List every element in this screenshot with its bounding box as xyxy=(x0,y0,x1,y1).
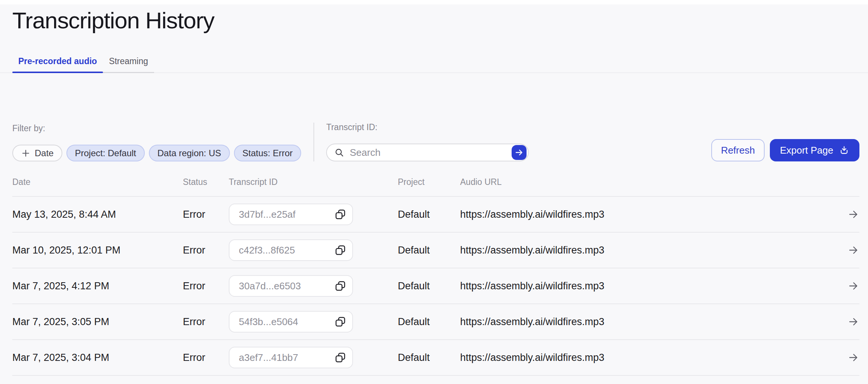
transcript-search-box xyxy=(326,144,529,161)
filter-chip-data-region[interactable]: Data region: US xyxy=(149,145,230,161)
table-row[interactable]: Mar 7, 2025, 3:05 PM Error 54f3b...e5064… xyxy=(12,304,859,340)
transcript-id-value: a3ef7...41bb7 xyxy=(239,352,298,363)
row-status: Error xyxy=(183,280,229,292)
tab-prerecorded-audio[interactable]: Pre-recorded audio xyxy=(12,53,103,72)
row-date: Mar 10, 2025, 12:01 PM xyxy=(12,245,183,256)
vertical-divider xyxy=(313,123,314,161)
arrow-right-icon xyxy=(515,148,524,157)
table-header-row: Date Status Transcript ID Project Audio … xyxy=(12,161,859,197)
arrow-right-icon xyxy=(847,316,859,328)
tab-list: Pre-recorded audio Streaming xyxy=(12,53,154,73)
action-buttons: Refresh Export Page xyxy=(711,139,859,161)
arrow-right-icon xyxy=(847,352,859,363)
column-header-project: Project xyxy=(398,177,460,187)
transcript-id-value: 3d7bf...e25af xyxy=(239,209,296,220)
row-project: Default xyxy=(398,316,460,328)
transcript-id-group: Transcript ID: xyxy=(326,122,529,161)
row-status: Error xyxy=(183,209,229,220)
row-transcript-cell: 30a7d...e6503 xyxy=(229,275,398,297)
download-icon xyxy=(839,145,849,155)
row-project: Default xyxy=(398,280,460,292)
row-status: Error xyxy=(183,352,229,363)
row-date: May 13, 2025, 8:44 AM xyxy=(12,209,183,220)
refresh-button[interactable]: Refresh xyxy=(711,139,765,161)
tab-bar: Pre-recorded audio Streaming xyxy=(12,53,859,73)
column-header-status: Status xyxy=(183,177,229,187)
transcript-id-chip: 30a7d...e6503 xyxy=(229,275,353,297)
transcript-id-chip: c42f3...8f625 xyxy=(229,239,353,261)
search-icon xyxy=(334,148,344,158)
open-transcript-button[interactable] xyxy=(847,316,859,328)
transcript-id-value: 30a7d...e6503 xyxy=(239,280,301,292)
arrow-right-icon xyxy=(847,244,859,256)
row-transcript-cell: a3ef7...41bb7 xyxy=(229,347,398,368)
copy-icon xyxy=(335,316,346,327)
row-audio-url: https://assembly.ai/wildfires.mp3 xyxy=(460,245,843,256)
filter-chips: Date Project: Default Data region: US St… xyxy=(12,145,301,161)
transcription-table: Date Status Transcript ID Project Audio … xyxy=(12,161,859,376)
transcript-id-value: 54f3b...e5064 xyxy=(239,316,298,328)
row-transcript-cell: 54f3b...e5064 xyxy=(229,311,398,333)
copy-button[interactable] xyxy=(335,316,346,327)
search-submit-button[interactable] xyxy=(512,145,527,160)
row-audio-url: https://assembly.ai/wildfires.mp3 xyxy=(460,280,843,292)
row-project: Default xyxy=(398,245,460,256)
controls-row: Filter by: Date Project: Default Data re… xyxy=(12,122,859,161)
transcript-id-chip: 3d7bf...e25af xyxy=(229,204,353,225)
transcript-id-value: c42f3...8f625 xyxy=(239,245,295,256)
table-row[interactable]: May 13, 2025, 8:44 AM Error 3d7bf...e25a… xyxy=(12,197,859,233)
export-page-button[interactable]: Export Page xyxy=(770,139,859,161)
row-date: Mar 7, 2025, 4:12 PM xyxy=(12,280,183,292)
column-header-audio-url: Audio URL xyxy=(460,177,843,187)
open-transcript-button[interactable] xyxy=(847,352,859,363)
transcription-history-page: Transcription History Pre-recorded audio… xyxy=(0,7,868,376)
row-status: Error xyxy=(183,316,229,328)
add-date-filter-button[interactable]: Date xyxy=(12,145,62,161)
row-project: Default xyxy=(398,209,460,220)
arrow-right-icon xyxy=(847,280,859,292)
table-row[interactable]: Mar 10, 2025, 12:01 PM Error c42f3...8f6… xyxy=(12,233,859,268)
row-date: Mar 7, 2025, 3:05 PM xyxy=(12,316,183,328)
copy-icon xyxy=(335,352,346,363)
open-transcript-button[interactable] xyxy=(847,208,859,220)
filter-chip-status[interactable]: Status: Error xyxy=(234,145,302,161)
column-header-date: Date xyxy=(12,177,183,187)
row-audio-url: https://assembly.ai/wildfires.mp3 xyxy=(460,316,843,328)
filter-by-label: Filter by: xyxy=(12,123,301,133)
row-project: Default xyxy=(398,352,460,363)
row-transcript-cell: c42f3...8f625 xyxy=(229,239,398,261)
filter-group: Filter by: Date Project: Default Data re… xyxy=(12,123,301,161)
table-row[interactable]: Mar 7, 2025, 3:04 PM Error a3ef7...41bb7… xyxy=(12,340,859,376)
copy-button[interactable] xyxy=(335,280,346,292)
row-audio-url: https://assembly.ai/wildfires.mp3 xyxy=(460,352,843,363)
open-transcript-button[interactable] xyxy=(847,244,859,256)
transcript-id-chip: 54f3b...e5064 xyxy=(229,311,353,333)
filter-chip-project[interactable]: Project: Default xyxy=(66,145,145,161)
copy-button[interactable] xyxy=(335,245,346,256)
copy-button[interactable] xyxy=(335,352,346,363)
add-date-filter-label: Date xyxy=(35,148,54,158)
row-date: Mar 7, 2025, 3:04 PM xyxy=(12,352,183,363)
transcript-search-input[interactable] xyxy=(349,147,512,159)
table-row[interactable]: Mar 7, 2025, 4:12 PM Error 30a7d...e6503… xyxy=(12,268,859,304)
transcript-id-chip: a3ef7...41bb7 xyxy=(229,347,353,368)
open-transcript-button[interactable] xyxy=(847,280,859,292)
row-audio-url: https://assembly.ai/wildfires.mp3 xyxy=(460,209,843,220)
copy-icon xyxy=(335,280,346,292)
arrow-right-icon xyxy=(847,208,859,220)
page-title: Transcription History xyxy=(12,7,859,34)
tab-streaming[interactable]: Streaming xyxy=(103,53,154,72)
copy-icon xyxy=(335,245,346,256)
copy-icon xyxy=(335,209,346,220)
transcript-id-label: Transcript ID: xyxy=(326,122,529,132)
export-page-label: Export Page xyxy=(780,145,833,156)
plus-icon xyxy=(21,148,31,158)
top-strip xyxy=(0,0,868,4)
copy-button[interactable] xyxy=(335,209,346,220)
row-status: Error xyxy=(183,245,229,256)
row-transcript-cell: 3d7bf...e25af xyxy=(229,204,398,225)
column-header-transcript-id: Transcript ID xyxy=(229,177,398,187)
